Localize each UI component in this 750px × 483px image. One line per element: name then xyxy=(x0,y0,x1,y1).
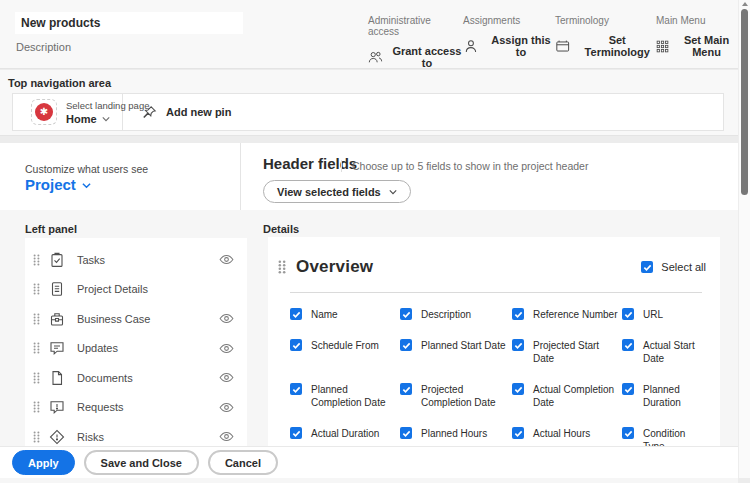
customize-label: Customize what users see xyxy=(25,163,148,175)
checkbox-checked-icon xyxy=(512,308,524,320)
left-panel-item-label: Risks xyxy=(77,431,219,443)
field-label: Planned Start Date xyxy=(421,339,506,352)
eye-icon[interactable] xyxy=(219,429,234,444)
details-card: Overview Select all NameDescriptionRefer… xyxy=(268,237,720,447)
field-checkbox-actual-duration[interactable]: Actual Duration xyxy=(290,418,400,447)
select-all-checkbox[interactable]: Select all xyxy=(641,261,706,273)
view-selected-fields-button[interactable]: View selected fields xyxy=(263,180,411,203)
drag-handle-icon[interactable] xyxy=(278,260,286,274)
cancel-button[interactable]: Cancel xyxy=(208,450,278,475)
overview-header: Overview Select all xyxy=(278,257,706,277)
header-menu-action-label: Set Terminology xyxy=(578,34,656,58)
field-checkbox-name[interactable]: Name xyxy=(290,299,400,330)
field-checkbox-planned-start-date[interactable]: Planned Start Date xyxy=(400,330,512,374)
field-label: Actual Start Date xyxy=(643,339,706,365)
header-menus: Administrative accessGrant access toAssi… xyxy=(368,15,736,69)
drag-handle-icon[interactable] xyxy=(33,254,40,266)
left-panel-item-documents[interactable]: Documents xyxy=(25,363,247,393)
header-menu-action-label: Set Main Menu xyxy=(677,34,736,58)
drag-handle-icon[interactable] xyxy=(33,431,40,443)
save-and-close-button[interactable]: Save and Close xyxy=(84,450,199,475)
select-all-label: Select all xyxy=(661,261,706,273)
field-checkbox-reference-number[interactable]: Reference Number xyxy=(512,299,622,330)
checkbox-checked-icon xyxy=(641,261,653,273)
field-checkbox-planned-hours[interactable]: Planned Hours xyxy=(400,418,512,447)
landing-icon-frame: ✱ xyxy=(31,99,57,125)
field-checkbox-actual-completion-date[interactable]: Actual Completion Date xyxy=(512,374,622,418)
field-checkbox-actual-start-date[interactable]: Actual Start Date xyxy=(622,330,710,374)
assign-this-to-button[interactable]: Assign this to xyxy=(463,34,555,58)
drag-handle-icon[interactable] xyxy=(33,401,40,413)
scrollbar-thumb[interactable] xyxy=(741,9,748,195)
left-panel-item-label: Documents xyxy=(77,372,219,384)
checkbox-checked-icon xyxy=(290,383,302,395)
eye-icon[interactable] xyxy=(219,341,234,356)
left-panel-item-project-details[interactable]: Project Details xyxy=(25,275,247,305)
left-panel-item-requests[interactable]: Requests xyxy=(25,393,247,423)
drag-handle-icon[interactable] xyxy=(33,283,40,295)
updates-icon xyxy=(49,340,65,356)
checkbox-checked-icon xyxy=(400,383,412,395)
left-panel-item-risks[interactable]: Risks xyxy=(25,422,247,447)
set-terminology-button[interactable]: Set Terminology xyxy=(555,34,656,58)
top-navigation-section: Top navigation area ✱ Select landing pag… xyxy=(0,70,738,136)
header-menu-action-label: Assign this to xyxy=(487,34,555,58)
top-navigation-row: ✱ Select landing page Home Add new pin xyxy=(12,93,724,131)
add-new-pin-button[interactable]: Add new pin xyxy=(123,94,231,130)
checkbox-checked-icon xyxy=(512,383,524,395)
field-checkbox-planned-completion-date[interactable]: Planned Completion Date xyxy=(290,374,400,418)
eye-icon[interactable] xyxy=(219,311,234,326)
drag-handle-icon[interactable] xyxy=(33,372,40,384)
set-main-menu-button[interactable]: Set Main Menu xyxy=(656,34,736,58)
drag-handle-icon[interactable] xyxy=(33,342,40,354)
tasks-icon xyxy=(49,252,65,268)
field-label: Projected Completion Date xyxy=(421,383,508,409)
chevron-down-icon xyxy=(82,182,91,189)
eye-icon[interactable] xyxy=(219,370,234,385)
left-panel-card: TasksProject DetailsBusiness CaseUpdates… xyxy=(25,238,247,447)
left-panel-item-tasks[interactable]: Tasks xyxy=(25,245,247,275)
field-label: Reference Number xyxy=(533,308,617,321)
apply-button[interactable]: Apply xyxy=(12,450,75,475)
left-panel-item-business-case[interactable]: Business Case xyxy=(25,304,247,334)
project-details-icon xyxy=(49,281,65,297)
top-navigation-heading: Top navigation area xyxy=(8,77,111,89)
eye-icon[interactable] xyxy=(219,252,234,267)
field-checkbox-planned-duration[interactable]: Planned Duration xyxy=(622,374,710,418)
field-checkbox-actual-hours[interactable]: Actual Hours xyxy=(512,418,622,447)
field-label: Actual Duration xyxy=(311,427,379,440)
business-case-icon xyxy=(49,311,65,327)
description-field[interactable]: Description xyxy=(16,41,71,53)
object-type-select[interactable]: Project xyxy=(25,176,91,193)
terminology-icon xyxy=(555,38,570,55)
field-checkbox-description[interactable]: Description xyxy=(400,299,512,330)
field-checkbox-url[interactable]: URL xyxy=(622,299,710,330)
checkbox-checked-icon xyxy=(290,308,302,320)
header-menu-action-label: Grant access to xyxy=(391,45,463,69)
grid-icon xyxy=(656,38,669,55)
scroll-up-arrow-icon[interactable] xyxy=(742,2,748,6)
landing-page-value: Home xyxy=(66,113,97,125)
vertical-divider xyxy=(240,143,241,210)
field-label: Description xyxy=(421,308,471,321)
requests-icon xyxy=(49,399,65,415)
template-title-input[interactable] xyxy=(15,12,243,34)
vertical-scrollbar[interactable] xyxy=(738,0,750,478)
field-checkbox-schedule-from[interactable]: Schedule From xyxy=(290,330,400,374)
field-label: Name xyxy=(311,308,338,321)
left-panel-item-updates[interactable]: Updates xyxy=(25,334,247,364)
checkbox-checked-icon xyxy=(622,427,634,439)
overview-title: Overview xyxy=(296,257,373,277)
left-panel-item-label: Business Case xyxy=(77,313,219,325)
left-panel-heading: Left panel xyxy=(25,223,77,235)
field-checkbox-projected-completion-date[interactable]: Projected Completion Date xyxy=(400,374,512,418)
eye-icon[interactable] xyxy=(219,400,234,415)
grant-access-to-button[interactable]: Grant access to xyxy=(368,45,463,69)
field-checkbox-projected-start-date[interactable]: Projected Start Date xyxy=(512,330,622,374)
chevron-down-icon xyxy=(102,116,110,122)
landing-page-selector[interactable]: ✱ Select landing page Home xyxy=(13,94,123,130)
field-label: Actual Hours xyxy=(533,427,590,440)
header-menu-label: Terminology xyxy=(555,15,656,26)
drag-handle-icon[interactable] xyxy=(33,313,40,325)
field-checkbox-condition-type[interactable]: Condition Type xyxy=(622,418,710,447)
